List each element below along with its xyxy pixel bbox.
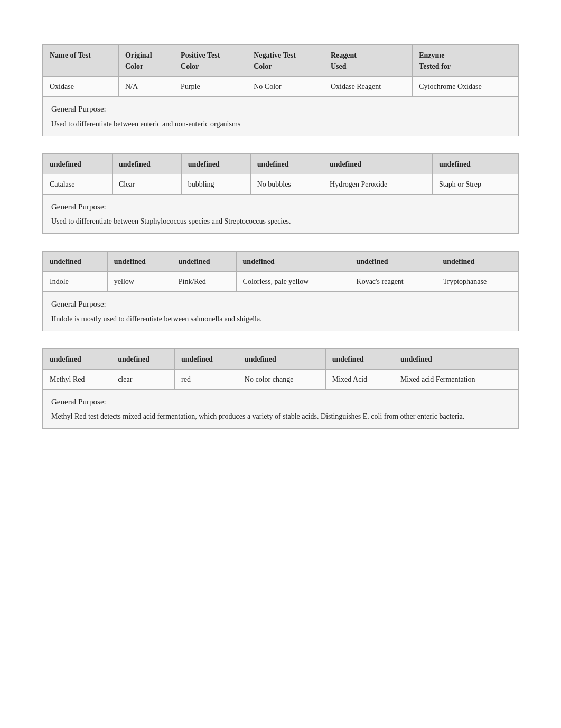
test-section-oxidase: Name of TestOriginalColorPositive TestCo… <box>42 44 519 136</box>
general-purpose-text-indole: IIndole is mostly used to differentiate … <box>51 314 510 325</box>
cell-methyl-red-negative_color: No color change <box>238 369 325 389</box>
cell-indole-enzyme: Tryptophanase <box>436 272 518 292</box>
col-header-4: undefined <box>323 154 433 174</box>
cell-catalase-enzyme: Staph or Strep <box>432 174 518 194</box>
general-purpose-text-catalase: Used to differentiate between Staphyloco… <box>51 216 510 227</box>
col-header-4: undefined <box>350 252 436 272</box>
col-header-2: undefined <box>172 252 236 272</box>
test-table-oxidase: Name of TestOriginalColorPositive TestCo… <box>43 45 518 97</box>
test-section-indole: undefinedundefinedundefinedundefinedunde… <box>42 251 519 331</box>
col-header-5: EnzymeTested for <box>413 45 518 77</box>
col-header-5: undefined <box>436 252 518 272</box>
col-header-2: undefined <box>181 154 250 174</box>
general-purpose-indole: General Purpose:IIndole is mostly used t… <box>43 292 518 331</box>
cell-indole-original_color: yellow <box>107 272 172 292</box>
col-header-5: undefined <box>432 154 518 174</box>
col-header-3: undefined <box>238 349 325 369</box>
general-purpose-oxidase: General Purpose:Used to differentiate be… <box>43 97 518 136</box>
cell-methyl-red-reagent: Mixed Acid <box>325 369 394 389</box>
cell-catalase-original_color: Clear <box>112 174 181 194</box>
cell-methyl-red-positive_color: red <box>175 369 238 389</box>
col-header-1: undefined <box>111 349 175 369</box>
general-purpose-label-methyl-red: General Purpose: <box>51 396 510 408</box>
col-header-2: Positive TestColor <box>174 45 247 77</box>
test-row-catalase: CatalaseClearbubblingNo bubblesHydrogen … <box>43 174 518 194</box>
cell-indole-reagent: Kovac's reagent <box>350 272 436 292</box>
test-table-methyl-red: undefinedundefinedundefinedundefinedunde… <box>43 349 518 390</box>
cell-catalase-negative_color: No bubbles <box>250 174 323 194</box>
col-header-1: undefined <box>112 154 181 174</box>
cell-catalase-reagent: Hydrogen Peroxide <box>323 174 433 194</box>
cell-methyl-red-name: Methyl Red <box>43 369 111 389</box>
cell-indole-negative_color: Colorless, pale yellow <box>236 272 350 292</box>
cell-indole-positive_color: Pink/Red <box>172 272 236 292</box>
cell-oxidase-positive_color: Purple <box>174 77 247 97</box>
col-header-4: ReagentUsed <box>324 45 412 77</box>
col-header-5: undefined <box>394 349 518 369</box>
col-header-3: undefined <box>250 154 323 174</box>
general-purpose-text-oxidase: Used to differentiate between enteric an… <box>51 118 510 130</box>
test-row-oxidase: OxidaseN/APurpleNo ColorOxidase ReagentC… <box>43 77 518 97</box>
test-table-catalase: undefinedundefinedundefinedundefinedunde… <box>43 154 518 195</box>
general-purpose-label-catalase: General Purpose: <box>51 201 510 213</box>
cell-oxidase-original_color: N/A <box>118 77 174 97</box>
col-header-3: undefined <box>236 252 350 272</box>
test-row-indole: IndoleyellowPink/RedColorless, pale yell… <box>43 272 518 292</box>
col-header-4: undefined <box>325 349 394 369</box>
test-row-methyl-red: Methyl RedclearredNo color changeMixed A… <box>43 369 518 389</box>
general-purpose-text-methyl-red: Methyl Red test detects mixed acid ferme… <box>51 411 510 422</box>
cell-oxidase-reagent: Oxidase Reagent <box>324 77 412 97</box>
col-header-0: undefined <box>43 154 113 174</box>
cell-oxidase-enzyme: Cytochrome Oxidase <box>413 77 518 97</box>
general-purpose-methyl-red: General Purpose:Methyl Red test detects … <box>43 390 518 429</box>
cell-catalase-positive_color: bubbling <box>181 174 250 194</box>
col-header-1: undefined <box>107 252 172 272</box>
cell-oxidase-name: Oxidase <box>43 77 119 97</box>
test-table-indole: undefinedundefinedundefinedundefinedunde… <box>43 251 518 292</box>
col-header-1: OriginalColor <box>118 45 174 77</box>
col-header-3: Negative TestColor <box>247 45 324 77</box>
cell-catalase-name: Catalase <box>43 174 113 194</box>
general-purpose-label-oxidase: General Purpose: <box>51 103 510 115</box>
col-header-0: undefined <box>43 252 108 272</box>
cell-oxidase-negative_color: No Color <box>247 77 324 97</box>
cell-methyl-red-enzyme: Mixed acid Fermentation <box>394 369 518 389</box>
col-header-0: undefined <box>43 349 111 369</box>
col-header-2: undefined <box>175 349 238 369</box>
col-header-0: Name of Test <box>43 45 119 77</box>
test-section-methyl-red: undefinedundefinedundefinedundefinedunde… <box>42 348 519 429</box>
cell-methyl-red-original_color: clear <box>111 369 175 389</box>
cell-indole-name: Indole <box>43 272 108 292</box>
test-section-catalase: undefinedundefinedundefinedundefinedunde… <box>42 153 519 234</box>
general-purpose-catalase: General Purpose:Used to differentiate be… <box>43 195 518 234</box>
general-purpose-label-indole: General Purpose: <box>51 298 510 310</box>
